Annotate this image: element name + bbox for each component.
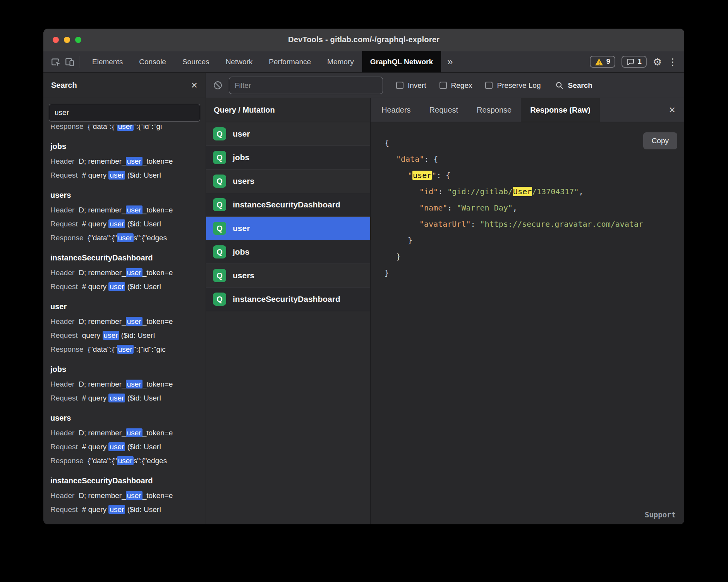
detail-tab-response-raw[interactable]: Response (Raw) — [521, 98, 600, 122]
search-result-group: usersHeaderD; remember_user_token=eReque… — [50, 187, 206, 245]
result-line-label: Header — [50, 429, 74, 437]
response-raw-view: Copy {"data": {"user": {"id": "gid://git… — [371, 122, 684, 524]
zoom-window-button[interactable] — [75, 37, 81, 43]
search-result-line[interactable]: Request# query user ($id: UserI — [50, 168, 206, 182]
search-result-line[interactable]: Requestquery user ($id: UserI — [50, 329, 206, 342]
search-result-line[interactable]: Request# query user ($id: UserI — [50, 391, 206, 405]
support-link[interactable]: Support — [645, 510, 676, 519]
search-result-group-title[interactable]: instanceSecurityDashboard — [50, 473, 206, 489]
close-search-panel-icon[interactable]: ✕ — [191, 81, 198, 90]
search-panel-header: Search ✕ — [43, 73, 206, 98]
json-line: } — [385, 265, 684, 281]
result-line-label: Header — [50, 206, 74, 214]
search-result-line[interactable]: Response{"data":{"users":{"edges — [50, 231, 206, 245]
detail-tab-response[interactable]: Response — [467, 98, 521, 122]
query-list-item-selected[interactable]: Quser — [206, 217, 370, 240]
search-result-group-title[interactable]: jobs — [50, 139, 206, 154]
detail-tabs: HeadersRequestResponseResponse (Raw) ✕ — [371, 98, 684, 122]
search-result-line[interactable]: HeaderD; remember_user_token=e — [50, 315, 206, 329]
query-list-item[interactable]: Quser — [206, 122, 370, 146]
settings-gear-icon[interactable]: ⚙ — [653, 57, 662, 67]
detail-tab-headers[interactable]: Headers — [372, 98, 420, 122]
checkbox-label: Regex — [451, 81, 472, 90]
checkbox-preserve-log[interactable]: Preserve Log — [485, 81, 541, 90]
warnings-badge[interactable]: 9 — [590, 56, 615, 68]
tab-sources[interactable]: Sources — [174, 51, 218, 72]
search-result-line[interactable]: HeaderD; remember_user_token=e — [50, 154, 206, 168]
result-line-label: Header — [50, 317, 74, 325]
more-tabs-button[interactable]: » — [441, 56, 459, 68]
filter-checkboxes: InvertRegexPreserve Log — [396, 81, 541, 90]
result-line-label: Header — [50, 491, 74, 500]
copy-button[interactable]: Copy — [643, 132, 677, 149]
checkbox-invert[interactable]: Invert — [396, 81, 426, 90]
tab-elements[interactable]: Elements — [84, 51, 131, 72]
devtools-toolbar: ElementsConsoleSourcesNetworkPerformance… — [43, 51, 684, 73]
checkbox-box — [440, 82, 447, 89]
search-result-group-title[interactable]: instanceSecurityDashboard — [50, 250, 206, 266]
search-match-highlight: user — [108, 282, 125, 291]
tab-graphql-network[interactable]: GraphQL Network — [362, 51, 441, 72]
search-result-line[interactable]: Response{"data":{"user":{"id":"gi — [50, 125, 206, 134]
query-name: user — [233, 129, 250, 139]
search-button[interactable]: Search — [555, 81, 592, 90]
query-list-item[interactable]: Qjobs — [206, 146, 370, 169]
clear-log-icon[interactable] — [213, 80, 223, 90]
search-result-line[interactable]: HeaderD; remember_user_token=e — [50, 203, 206, 217]
query-list-item[interactable]: Qusers — [206, 169, 370, 193]
search-match-highlight: user — [117, 456, 134, 465]
query-type-badge: Q — [213, 127, 226, 140]
search-result-line[interactable]: Response{"data":{"user":{"id":"gic — [50, 342, 206, 356]
search-input[interactable] — [49, 104, 200, 122]
window-controls — [53, 29, 81, 51]
close-detail-icon[interactable]: ✕ — [660, 98, 684, 122]
kebab-menu-icon[interactable]: ⋮ — [668, 57, 677, 67]
search-result-group: jobsHeaderD; remember_user_token=eReques… — [50, 139, 206, 182]
query-list-item[interactable]: QinstanceSecurityDashboard — [206, 288, 370, 311]
close-window-button[interactable] — [53, 37, 59, 43]
inspect-element-icon[interactable] — [49, 55, 63, 69]
titlebar[interactable]: DevTools - gitlab.com/-/graphql-explorer — [43, 29, 684, 51]
result-line-label: Request — [50, 443, 78, 451]
search-result-group-title[interactable]: jobs — [50, 361, 206, 377]
search-result-line[interactable]: HeaderD; remember_user_token=e — [50, 426, 206, 440]
tab-performance[interactable]: Performance — [261, 51, 319, 72]
search-result-line[interactable]: HeaderD; remember_user_token=e — [50, 266, 206, 280]
minimize-window-button[interactable] — [64, 37, 70, 43]
search-result-group: userHeaderD; remember_user_token=eReques… — [50, 299, 206, 356]
search-result-line[interactable]: Request# query user ($id: UserI — [50, 503, 206, 517]
content-area: Search ✕ Response{"data":{"user":{"id":"… — [43, 73, 684, 524]
result-line-label: Request — [50, 394, 78, 402]
tab-network[interactable]: Network — [218, 51, 261, 72]
search-result-group: usersHeaderD; remember_user_token=eReque… — [50, 410, 206, 468]
query-name: jobs — [233, 153, 249, 162]
checkbox-regex[interactable]: Regex — [440, 81, 472, 90]
search-result-line[interactable]: Request# query user ($id: UserI — [50, 280, 206, 294]
result-line-label: Request — [50, 171, 78, 179]
search-panel-title: Search — [51, 81, 191, 90]
messages-badge[interactable]: 1 — [622, 56, 647, 68]
search-result-line[interactable]: Request# query user ($id: UserI — [50, 440, 206, 454]
tab-console[interactable]: Console — [131, 51, 174, 72]
search-result-group-title[interactable]: user — [50, 299, 206, 315]
search-match-highlight: user — [108, 442, 125, 451]
device-toolbar-icon[interactable] — [63, 55, 77, 69]
search-result-group-title[interactable]: users — [50, 187, 206, 203]
query-list-item[interactable]: Qusers — [206, 264, 370, 288]
search-result-group-title[interactable]: users — [50, 410, 206, 426]
warning-count: 9 — [606, 58, 610, 66]
query-type-badge: Q — [213, 293, 226, 306]
search-result-line[interactable]: HeaderD; remember_user_token=e — [50, 377, 206, 391]
query-list-item[interactable]: QinstanceSecurityDashboard — [206, 193, 370, 217]
detail-tab-request[interactable]: Request — [420, 98, 468, 122]
query-list-item[interactable]: Qjobs — [206, 240, 370, 264]
tab-memory[interactable]: Memory — [319, 51, 362, 72]
search-result-line[interactable]: Response{"data":{"users":{"edges — [50, 454, 206, 468]
search-result-line[interactable]: Request# query user ($id: UserI — [50, 217, 206, 231]
filter-input[interactable] — [229, 77, 383, 94]
query-panel-title: Query / Mutation — [206, 98, 370, 122]
json-line: { — [385, 135, 684, 151]
search-match-highlight: user — [117, 345, 134, 354]
json-line: } — [385, 232, 684, 248]
search-result-line[interactable]: HeaderD; remember_user_token=e — [50, 489, 206, 503]
